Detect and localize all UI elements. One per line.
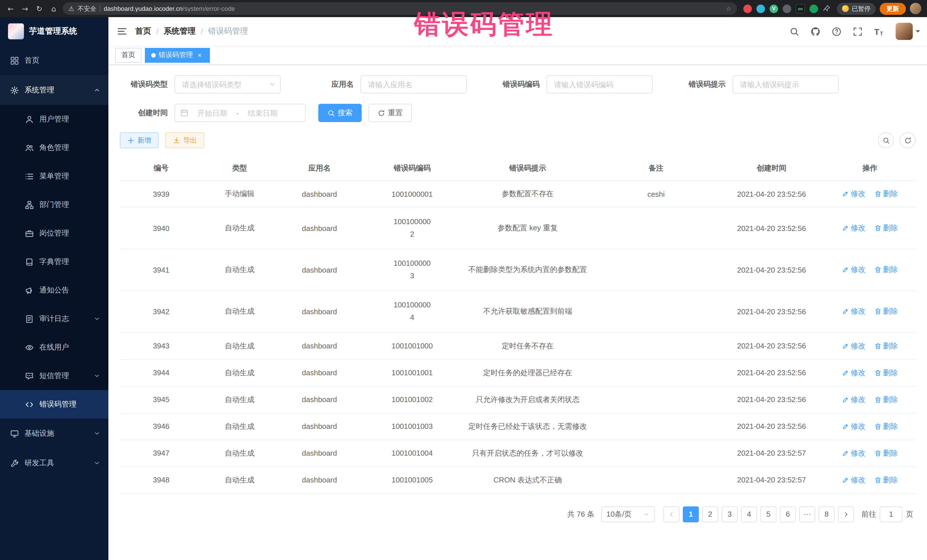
breadcrumb-home[interactable]: 首页 xyxy=(135,26,151,36)
switch-extension-icon[interactable]: on xyxy=(796,4,805,13)
error-code-input[interactable] xyxy=(547,75,653,94)
sidebar-item-home[interactable]: 首页 xyxy=(0,46,108,75)
edit-link[interactable]: 修改 xyxy=(842,475,865,485)
sidebar-item-notice[interactable]: 通知公告 xyxy=(0,276,108,305)
sidebar-item-dict[interactable]: 字典管理 xyxy=(0,247,108,276)
delete-link[interactable]: 删除 xyxy=(874,395,898,405)
refresh-table-button[interactable] xyxy=(900,132,916,148)
sidebar-item-system[interactable]: 系统管理 xyxy=(0,75,108,105)
sidebar-item-online[interactable]: 在线用户 xyxy=(0,333,108,361)
sidebar-item-menu[interactable]: 菜单管理 xyxy=(0,162,108,190)
font-size-icon[interactable]: TT xyxy=(874,27,883,36)
hamburger-icon[interactable] xyxy=(117,26,127,36)
breadcrumb-system[interactable]: 系统管理 xyxy=(164,26,196,36)
home-icon[interactable]: ⌂ xyxy=(49,4,59,13)
delete-link[interactable]: 删除 xyxy=(874,189,898,199)
browser-avatar[interactable] xyxy=(910,3,921,14)
fullscreen-icon[interactable] xyxy=(853,27,863,36)
sidebar-item-user[interactable]: 用户管理 xyxy=(0,105,108,134)
sidebar-item-dept[interactable]: 部门管理 xyxy=(0,190,108,219)
delete-link[interactable]: 删除 xyxy=(874,223,898,233)
back-icon[interactable]: ← xyxy=(6,4,16,13)
page-size-select[interactable]: 10条/页 xyxy=(601,506,655,522)
delete-link[interactable]: 删除 xyxy=(874,265,898,275)
more-pages-button[interactable]: ··· xyxy=(799,506,815,522)
edit-link[interactable]: 修改 xyxy=(842,367,865,378)
vue-devtools-icon[interactable]: V xyxy=(769,4,778,13)
search-icon[interactable] xyxy=(790,27,799,36)
delete-link[interactable]: 删除 xyxy=(874,367,898,378)
error-type-select[interactable] xyxy=(175,75,281,94)
page-button-2[interactable]: 2 xyxy=(702,506,718,522)
edit-link[interactable]: 修改 xyxy=(842,448,865,458)
security-label: 不安全 xyxy=(78,4,96,13)
caret-down-icon[interactable] xyxy=(916,30,920,35)
app-name-input[interactable] xyxy=(360,75,467,94)
end-date-input[interactable] xyxy=(241,109,284,117)
tag-home[interactable]: 首页 xyxy=(115,48,141,62)
tag-error-code[interactable]: 错误码管理 × xyxy=(145,48,210,62)
update-button[interactable]: 更新 xyxy=(880,3,906,15)
sidebar-item-role[interactable]: 角色管理 xyxy=(0,134,108,162)
screen: ← → ↻ ⌂ ⚠ 不安全 dashboard.yudao.iocoder.cn… xyxy=(0,0,927,560)
edit-link[interactable]: 修改 xyxy=(842,265,865,275)
wrench-icon xyxy=(10,459,19,467)
sidebar-item-infra[interactable]: 基础设施 xyxy=(0,419,108,448)
page-button-current[interactable]: 1 xyxy=(683,506,699,522)
edit-link[interactable]: 修改 xyxy=(842,421,865,431)
sidebar-item-errorcode[interactable]: 错误码管理 xyxy=(0,390,108,419)
page-button-3[interactable]: 3 xyxy=(722,506,738,522)
start-date-input[interactable] xyxy=(190,109,234,117)
puzzle-extension-icon[interactable] xyxy=(783,4,791,13)
github-icon[interactable] xyxy=(811,27,821,36)
edit-link[interactable]: 修改 xyxy=(842,341,865,351)
close-icon[interactable]: × xyxy=(196,51,204,59)
page-button-5[interactable]: 5 xyxy=(760,506,777,522)
bookmark-star-icon[interactable]: ☆ xyxy=(726,5,731,12)
cell-app: dashboard xyxy=(302,190,337,198)
delete-link[interactable]: 删除 xyxy=(874,475,898,485)
delete-link[interactable]: 删除 xyxy=(874,307,898,317)
page-button-6[interactable]: 6 xyxy=(780,506,796,522)
prev-page-button[interactable] xyxy=(663,506,679,522)
address-bar[interactable]: ⚠ 不安全 dashboard.yudao.iocoder.cn/system/… xyxy=(63,2,737,15)
app-logo[interactable]: 芋道管理系统 xyxy=(0,17,108,46)
goto-page-input[interactable] xyxy=(880,506,903,522)
adblock-extension-icon[interactable] xyxy=(743,4,752,13)
delete-link[interactable]: 删除 xyxy=(874,448,898,458)
edit-link[interactable]: 修改 xyxy=(842,307,865,317)
paused-chip[interactable]: 已暂停 xyxy=(837,3,876,15)
edit-link[interactable]: 修改 xyxy=(842,223,865,233)
extension-icon-green[interactable] xyxy=(810,4,818,13)
cell-code: 1001001004 xyxy=(366,449,459,457)
export-button[interactable]: 导出 xyxy=(166,132,204,148)
delete-link[interactable]: 删除 xyxy=(874,421,898,431)
add-button[interactable]: 新增 xyxy=(120,132,159,148)
reset-button[interactable]: 重置 xyxy=(369,104,412,122)
sidebar-item-devtools[interactable]: 研发工具 xyxy=(0,448,108,478)
cell-type: 自动生成 xyxy=(225,475,254,484)
page-button-8[interactable]: 8 xyxy=(819,506,834,522)
cell-id: 3939 xyxy=(153,190,169,198)
delete-link[interactable]: 删除 xyxy=(874,341,898,351)
sidebar-item-sms[interactable]: 短信管理 xyxy=(0,361,108,390)
reload-icon[interactable]: ↻ xyxy=(34,4,44,13)
next-page-button[interactable] xyxy=(838,506,854,522)
toggle-search-button[interactable] xyxy=(878,132,894,148)
extension-icon-teal[interactable] xyxy=(757,4,765,13)
sidebar-item-post[interactable]: 岗位管理 xyxy=(0,219,108,247)
page-button-4[interactable]: 4 xyxy=(741,506,757,522)
error-msg-input[interactable] xyxy=(732,75,839,94)
edit-link[interactable]: 修改 xyxy=(842,395,865,405)
help-icon[interactable] xyxy=(832,27,842,36)
forward-icon[interactable]: → xyxy=(20,4,30,13)
refresh-icon xyxy=(378,109,385,117)
cell-msg: CRON 表达式不正确 xyxy=(494,475,562,484)
error-type-label: 错误码类型 xyxy=(120,79,175,90)
edit-link[interactable]: 修改 xyxy=(842,189,865,199)
date-range-picker[interactable]: - xyxy=(175,104,306,122)
sidebar-item-audit[interactable]: 审计日志 xyxy=(0,305,108,333)
user-avatar[interactable] xyxy=(896,23,913,40)
search-button[interactable]: 搜索 xyxy=(318,104,362,122)
pin-icon[interactable] xyxy=(823,5,831,12)
